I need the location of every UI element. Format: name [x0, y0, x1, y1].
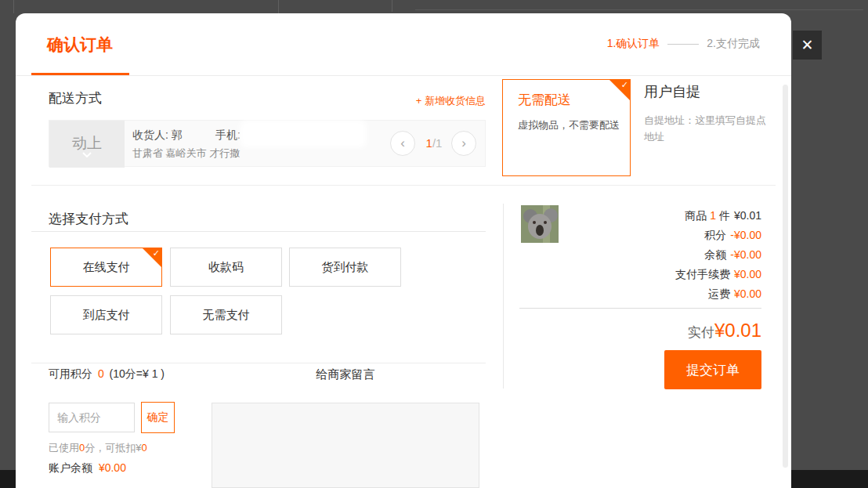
- step-confirm-order: 1.确认订单: [607, 37, 660, 51]
- step-connector: [667, 44, 699, 45]
- background-divider: [13, 0, 14, 13]
- used-deduct: 0: [141, 442, 146, 454]
- merchant-message-heading: 给商家留言: [212, 367, 479, 382]
- section-divider: [31, 185, 776, 186]
- payment-method-heading: 选择支付方式: [49, 210, 128, 228]
- chevron-right-icon: ›: [461, 136, 466, 151]
- chevron-down-icon: [82, 152, 92, 157]
- row-label: 商品: [685, 209, 707, 222]
- row-label: 支付手续费: [675, 268, 730, 280]
- phone-label: 手机:: [215, 128, 241, 143]
- confirm-label: 确定: [147, 410, 169, 425]
- payment-label: 在线支付: [83, 260, 130, 275]
- points-label: 可用积分: [49, 367, 92, 380]
- confirm-points-button[interactable]: 确定: [141, 402, 175, 433]
- check-icon: ✓: [153, 248, 160, 258]
- add-address-link[interactable]: + 新增收货信息: [416, 94, 486, 108]
- address-line: 甘肃省 嘉峪关市 才行撒: [132, 146, 240, 161]
- submit-order-button[interactable]: 提交订单: [664, 350, 761, 389]
- payment-option-qrcode[interactable]: 收款码: [170, 248, 282, 287]
- option-title: 用户自提: [644, 82, 779, 101]
- row-value: ¥0.00: [734, 287, 761, 300]
- background-divider: [278, 0, 279, 13]
- delivery-option-no-shipping[interactable]: 无需配送 虚拟物品，不需要配送 ✓: [502, 79, 631, 176]
- row-label: 积分: [704, 229, 726, 241]
- points-available: 0: [98, 367, 104, 380]
- phone-number-redacted: [244, 124, 363, 144]
- total-divider: [519, 308, 761, 309]
- payment-label: 货到付款: [322, 260, 369, 275]
- modal-scrollbar[interactable]: [783, 85, 788, 468]
- product-image: [521, 205, 559, 243]
- option-desc: 虚拟物品，不需要配送: [518, 118, 620, 132]
- header-divider: [16, 75, 791, 76]
- check-icon: ✓: [621, 80, 628, 90]
- available-points-line: 可用积分 0 (10分=¥ 1 ): [49, 367, 165, 381]
- close-button[interactable]: ✕: [793, 31, 822, 60]
- summary-row-fee: 支付手续费¥0.00: [675, 265, 761, 284]
- payment-option-none[interactable]: 无需支付: [170, 295, 282, 334]
- address-tag-label: 动上: [72, 136, 102, 150]
- delivery-method-heading: 配送方式: [49, 89, 102, 107]
- row-value: -¥0.00: [730, 248, 761, 261]
- balance-value: ¥0.00: [99, 461, 126, 474]
- option-title: 无需配送: [518, 91, 571, 109]
- merchant-message-textarea[interactable]: [212, 403, 479, 488]
- page-current: 1: [426, 136, 432, 150]
- row-value: -¥0.00: [730, 229, 761, 241]
- checkout-steps: 1.确认订单 2.支付完成: [607, 37, 760, 51]
- summary-row-product: 商品1件¥0.01: [675, 206, 761, 226]
- points-rate: (10分=¥ 1 ): [110, 367, 165, 380]
- address-prev-button[interactable]: ‹: [390, 131, 415, 156]
- product-qty: 1: [710, 209, 716, 222]
- total-label: 实付: [688, 324, 714, 342]
- address-next-button[interactable]: ›: [451, 131, 476, 156]
- background-divider: [392, 0, 392, 12]
- payment-label: 到店支付: [83, 308, 130, 323]
- row-label: 余额: [704, 248, 726, 261]
- page-title: 确认订单: [47, 34, 113, 56]
- chevron-left-icon: ‹: [400, 136, 405, 151]
- payment-option-instore[interactable]: 到店支付: [50, 295, 162, 334]
- option-desc: 自提地址：这里填写自提点地址: [644, 112, 769, 146]
- submit-label: 提交订单: [686, 361, 740, 379]
- address-tag[interactable]: 动上: [49, 121, 125, 168]
- payment-option-cod[interactable]: 货到付款: [289, 248, 401, 287]
- row-value: ¥0.00: [734, 268, 761, 280]
- order-confirm-modal: 确认订单 1.确认订单 2.支付完成 配送方式 + 新增收货信息 动上 收货人:…: [16, 13, 791, 488]
- total-value: ¥0.01: [714, 320, 761, 342]
- summary-row-points: 积分-¥0.00: [675, 226, 761, 245]
- background-divider: [415, 9, 863, 10]
- payment-option-online[interactable]: 在线支付 ✓: [50, 248, 162, 287]
- balance-label: 账户余额: [49, 461, 92, 474]
- step-payment-done: 2.支付完成: [707, 37, 760, 51]
- payment-label: 收款码: [208, 260, 244, 275]
- payment-label: 无需支付: [203, 308, 250, 323]
- summary-rows: 商品1件¥0.01 积分-¥0.00 余额-¥0.00 支付手续费¥0.00 运…: [675, 206, 761, 304]
- address-card[interactable]: 动上 收货人: 郭 手机: 甘肃省 嘉峪关市 才行撒 ‹ 1/1 ›: [49, 120, 486, 167]
- used-prefix: 已使用: [49, 442, 79, 454]
- row-value: ¥0.01: [734, 209, 761, 222]
- points-input[interactable]: [49, 403, 135, 432]
- receiver-label: 收货人: 郭: [132, 128, 183, 143]
- used-mid: 分，可抵扣¥: [85, 442, 141, 454]
- account-balance-line: 账户余额 ¥0.00: [49, 461, 126, 475]
- summary-row-balance: 余额-¥0.00: [675, 245, 761, 265]
- address-pagination: 1/1: [417, 136, 451, 150]
- row-label: 运费: [708, 287, 730, 300]
- page-total: /1: [432, 136, 443, 150]
- summary-row-shipping: 运费¥0.00: [675, 284, 761, 304]
- points-used-note: 已使用0分，可抵扣¥0: [49, 441, 147, 455]
- close-icon: ✕: [801, 36, 814, 54]
- points-section-divider: [31, 363, 486, 363]
- summary-left-divider: [503, 204, 504, 389]
- product-unit: 件: [719, 209, 730, 222]
- delivery-option-pickup[interactable]: 用户自提 自提地址：这里填写自提点地址: [644, 82, 779, 146]
- total-line: 实付 ¥0.01: [688, 320, 761, 342]
- payment-heading-divider: [31, 231, 486, 232]
